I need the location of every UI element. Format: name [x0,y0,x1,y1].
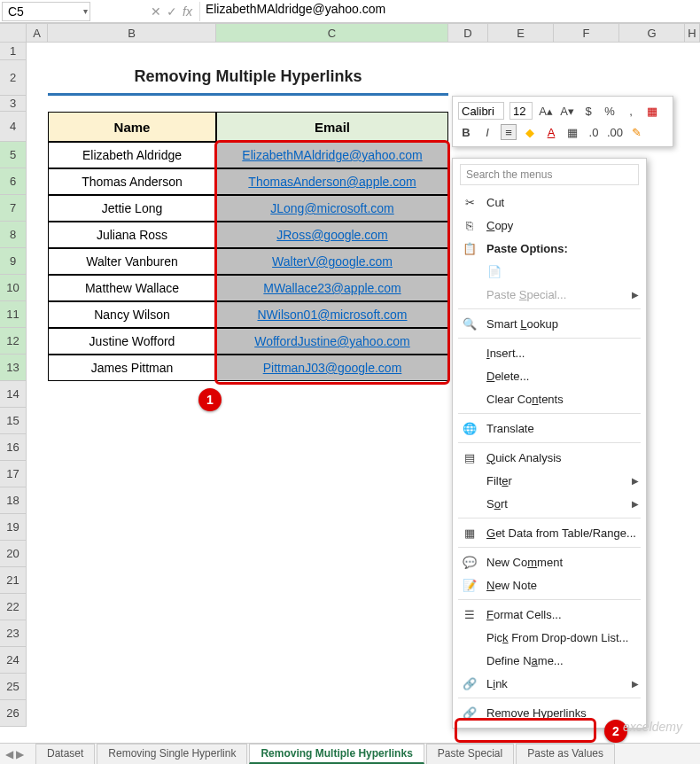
row-header[interactable]: 11 [0,301,27,328]
menu-delete[interactable]: Delete... [453,364,646,387]
table-row-email[interactable]: ThomasAnderson@apple.com [216,168,448,195]
menu-link[interactable]: 🔗Link▶ [453,672,646,695]
row-header[interactable]: 13 [0,355,27,381]
fx-icon[interactable]: fx [183,4,192,19]
row-header[interactable]: 21 [0,567,27,594]
table-row-name[interactable]: Juliana Ross [48,222,216,248]
menu-translate[interactable]: 🌐Translate [453,417,646,440]
sheet-tab[interactable]: Paste as Values [516,744,615,764]
col-header-E[interactable]: E [488,24,554,42]
row-header[interactable]: 10 [0,275,27,301]
table-row-email[interactable]: JRoss@google.com [216,222,448,248]
font-size-input[interactable] [509,102,533,120]
row-header[interactable]: 15 [0,408,27,434]
table-row-name[interactable]: Jettie Long [48,195,216,222]
table-row-name[interactable]: Nancy Wilson [48,301,216,328]
menu-format-cells[interactable]: ☰Format Cells... [453,603,646,626]
row-header[interactable]: 6 [0,168,27,195]
select-all-corner[interactable] [0,24,27,42]
menu-paste-special[interactable]: Paste Special...▶ [453,283,646,306]
menu-paste-icon[interactable]: 📄 [453,260,646,283]
col-header-A[interactable]: A [27,24,48,42]
format-painter-icon[interactable]: ✎ [628,124,644,140]
menu-define-name[interactable]: Define Name... [453,649,646,672]
bold-icon[interactable]: B [458,124,474,140]
col-header-H[interactable]: H [685,24,700,42]
table-row-name[interactable]: Matthew Wallace [48,275,216,301]
table-row-email[interactable]: MWallace23@apple.com [216,275,448,301]
menu-cut[interactable]: ✂Cut [453,191,646,214]
decrease-decimal-icon[interactable]: .00 [607,124,623,140]
name-box-dropdown-icon[interactable]: ▾ [83,6,88,16]
table-row-email[interactable]: WoffordJustine@yahoo.com [216,328,448,355]
row-header[interactable]: 23 [0,620,27,647]
table-row-email[interactable]: PittmanJ03@google.com [216,355,448,381]
fill-color-icon[interactable]: ◆ [522,124,538,140]
menu-copy[interactable]: ⎘Copy [453,214,646,237]
menu-quick-analysis[interactable]: ▤Quick Analysis [453,446,646,469]
cancel-icon[interactable]: ✕ [151,4,161,19]
name-box[interactable]: C5 ▾ [2,2,90,21]
col-header-F[interactable]: F [554,24,619,42]
row-header[interactable]: 24 [0,647,27,674]
row-header[interactable]: 25 [0,674,27,700]
table-row-name[interactable]: Justine Wofford [48,328,216,355]
menu-smart-lookup[interactable]: 🔍Smart Lookup [453,312,646,335]
menu-search[interactable]: Search the menus [460,164,639,185]
col-header-C[interactable]: C [216,24,448,42]
row-header[interactable]: 14 [0,381,27,408]
border-icon[interactable]: ▦ [564,124,580,140]
table-row-email[interactable]: NWilson01@microsoft.com [216,301,448,328]
currency-icon[interactable]: $ [580,103,596,119]
row-header[interactable]: 1 [0,43,27,60]
row-header[interactable]: 16 [0,434,27,461]
table-row-name[interactable]: Thomas Anderson [48,168,216,195]
sheet-tab[interactable]: Removing Single Hyperlink [97,744,247,764]
sheet-tab[interactable]: Paste Special [426,744,514,764]
row-header[interactable]: 18 [0,487,27,514]
row-header[interactable]: 2 [0,60,27,96]
col-header-B[interactable]: B [48,24,216,42]
row-header[interactable]: 26 [0,700,27,727]
italic-icon[interactable]: I [479,124,495,140]
menu-get-data[interactable]: ▦Get Data from Table/Range... [453,521,646,544]
row-header[interactable]: 22 [0,594,27,620]
row-header[interactable]: 8 [0,222,27,248]
row-header[interactable]: 12 [0,328,27,355]
row-header[interactable]: 17 [0,461,27,487]
table-row-name[interactable]: Elizabeth Aldridge [48,142,216,168]
menu-filter[interactable]: Filter▶ [453,469,646,492]
comma-icon[interactable]: , [623,103,639,119]
table-row-name[interactable]: James Pittman [48,355,216,381]
row-header[interactable]: 5 [0,142,27,168]
tab-nav[interactable]: ◀ ▶ [5,748,24,760]
menu-insert[interactable]: Insert... [453,341,646,364]
col-header-D[interactable]: D [448,24,488,42]
menu-new-comment[interactable]: 💬New Comment [453,550,646,573]
increase-font-icon[interactable]: A▴ [538,103,554,119]
table-row-email[interactable]: JLong@microsoft.com [216,195,448,222]
col-header-G[interactable]: G [619,24,685,42]
row-header[interactable]: 19 [0,514,27,541]
menu-sort[interactable]: Sort▶ [453,492,646,515]
font-family-input[interactable] [458,102,504,120]
row-header[interactable]: 20 [0,541,27,567]
row-header[interactable]: 9 [0,248,27,275]
table-row-email[interactable]: WalterV@google.com [216,248,448,275]
align-icon[interactable]: ≡ [501,124,517,140]
table-row-email[interactable]: ElizabethMAldridge@yahoo.com [216,142,448,168]
sheet-tab[interactable]: Dataset [35,744,95,764]
menu-pick-list[interactable]: Pick From Drop-down List... [453,626,646,649]
row-header[interactable]: 3 [0,96,27,112]
confirm-icon[interactable]: ✓ [167,4,177,19]
formula-input[interactable]: ElizabethMAldridge@yahoo.com [199,2,700,21]
increase-decimal-icon[interactable]: .0 [586,124,602,140]
row-header[interactable]: 4 [0,112,27,142]
font-color-icon[interactable]: A [543,124,559,140]
table-row-name[interactable]: Walter Vanburen [48,248,216,275]
menu-new-note[interactable]: 📝New Note [453,573,646,596]
conditional-format-icon[interactable]: ▦ [644,103,660,119]
menu-clear-contents[interactable]: Clear Contents [453,387,646,410]
sheet-tab[interactable]: Removing Multiple Hyperlinks [249,744,424,764]
row-header[interactable]: 7 [0,195,27,222]
